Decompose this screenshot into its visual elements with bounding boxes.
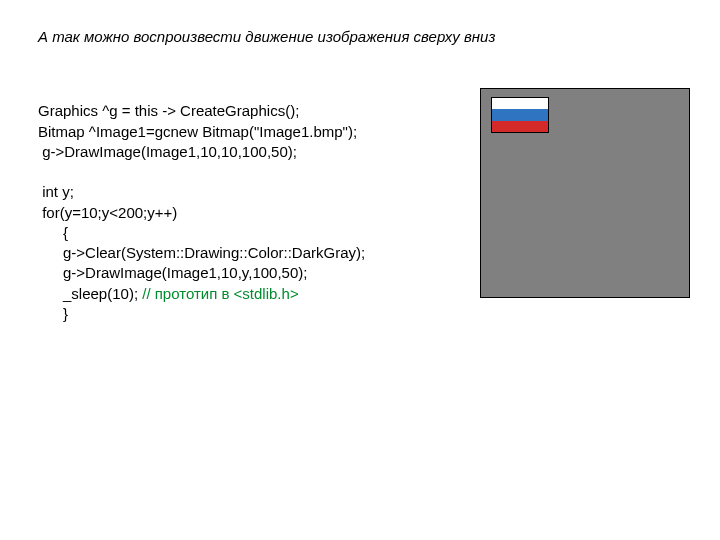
code-line: { [38,224,68,241]
code-line: g->Clear(System::Drawing::Color::DarkGra… [38,244,365,261]
code-line: g->DrawImage(Image1,10,y,100,50); [38,264,307,281]
code-line: g->DrawImage(Image1,10,10,100,50); [38,143,297,160]
flag-stripe-white [492,98,548,109]
code-line: Graphics ^g = this -> CreateGraphics(); [38,102,299,119]
output-canvas [480,88,690,298]
flag-image [491,97,549,133]
code-line: _sleep(10); [38,285,142,302]
slide-heading: А так можно воспроизвести движение изобр… [38,28,700,45]
flag-stripe-red [492,121,548,132]
flag-stripe-blue [492,109,548,120]
code-line: Bitmap ^Image1=gcnew Bitmap("Image1.bmp"… [38,123,357,140]
code-line: } [38,305,68,322]
code-line: for(y=10;y<200;y++) [38,204,177,221]
code-line: int y; [38,183,74,200]
code-comment: // прототип в <stdlib.h> [142,285,298,302]
